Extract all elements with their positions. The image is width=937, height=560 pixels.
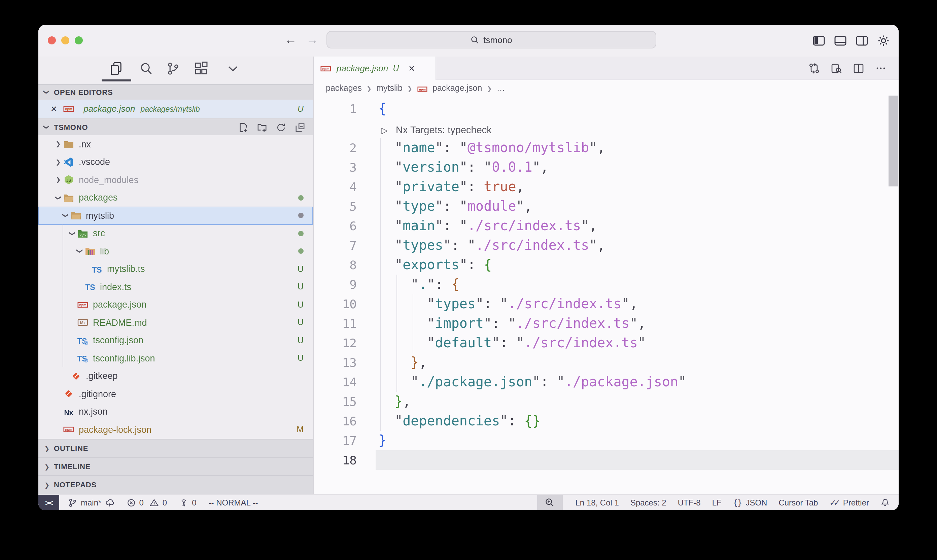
code-line-12[interactable]: 12 "default": "./src/index.ts" xyxy=(314,333,899,353)
editor-scrollbar[interactable] xyxy=(889,95,898,186)
tree-item-.vscode[interactable]: ❯.vscode xyxy=(38,153,313,171)
problems-item[interactable]: 0 0 xyxy=(126,498,167,507)
search-view-icon[interactable] xyxy=(138,61,154,76)
breadcrumb-packages[interactable]: packages xyxy=(326,83,362,92)
line-number: 17 xyxy=(314,431,357,450)
explorer-icon[interactable] xyxy=(109,61,124,76)
settings-gear-icon[interactable] xyxy=(877,34,890,47)
open-editor-item[interactable]: npm package.json packages/mytslib U xyxy=(38,100,313,118)
outline-section-header[interactable]: OUTLINE xyxy=(38,438,313,457)
code-line-2[interactable]: 2 "name": "@tsmono/mytslib", xyxy=(314,138,899,157)
notifications-item[interactable] xyxy=(880,498,890,507)
more-views-chevron-icon[interactable] xyxy=(226,61,240,76)
code-line-5[interactable]: 5 "type": "module", xyxy=(314,197,899,216)
chevron-right-icon[interactable]: ❯ xyxy=(53,159,63,166)
cursor-position-item[interactable]: Ln 18, Col 1 xyxy=(575,498,619,507)
indentation-item[interactable]: Spaces: 2 xyxy=(630,498,666,507)
explorer-section-header[interactable]: TSMONO xyxy=(38,118,313,135)
tree-item-index.ts[interactable]: TSindex.tsU xyxy=(38,278,313,296)
tree-item-packages[interactable]: ❯packages xyxy=(38,189,313,207)
cursor-tab-item[interactable]: Cursor Tab xyxy=(779,498,818,507)
notepads-section-header[interactable]: NOTEPADS xyxy=(38,475,313,494)
close-tab-icon[interactable] xyxy=(408,64,415,73)
code-line-15[interactable]: 15 }, xyxy=(314,392,899,411)
code-line-6[interactable]: 6 "main": "./src/index.ts", xyxy=(314,216,899,235)
chevron-down-icon[interactable]: ❯ xyxy=(55,193,62,203)
line-number: 5 xyxy=(314,197,357,216)
code-line-16[interactable]: 16 "dependencies": {} xyxy=(314,411,899,431)
tree-item-node_modules[interactable]: ❯JSnode_modules xyxy=(38,171,313,189)
code-line-7[interactable]: 7 "types": "./src/index.ts", xyxy=(314,235,899,255)
chevron-right-icon[interactable]: ❯ xyxy=(53,177,63,183)
code-line-8[interactable]: 8 "exports": { xyxy=(314,255,899,275)
code-line-3[interactable]: 3 "version": "0.0.1", xyxy=(314,157,899,177)
remote-indicator[interactable] xyxy=(38,494,59,510)
refresh-icon[interactable] xyxy=(276,122,286,132)
tree-item-package.json[interactable]: npmpackage.jsonU xyxy=(38,296,313,314)
toggle-panel-icon[interactable] xyxy=(834,34,847,47)
minimize-window-button[interactable] xyxy=(61,36,69,45)
new-folder-icon[interactable] xyxy=(257,122,267,132)
code-line-11[interactable]: 11 "import": "./src/index.ts", xyxy=(314,314,899,333)
code-line-18[interactable]: 18 xyxy=(314,450,899,470)
tree-item-package-lock.json[interactable]: npmpackage-lock.jsonM xyxy=(38,421,313,438)
code-editor[interactable]: 1{Nx Targets: typecheck2 "name": "@tsmon… xyxy=(314,95,899,494)
tab-package-json[interactable]: npm package.json U xyxy=(314,57,436,80)
tree-item-mytslib[interactable]: ❯mytslib xyxy=(38,207,313,225)
open-preview-icon[interactable] xyxy=(831,63,842,74)
new-file-icon[interactable] xyxy=(238,122,248,132)
code-line-14[interactable]: 14 "./package.json": "./package.json" xyxy=(314,372,899,392)
tree-item-mytslib.ts[interactable]: TSmytslib.tsU xyxy=(38,260,313,278)
command-center-search[interactable]: tsmono xyxy=(326,31,656,48)
encoding-item[interactable]: UTF-8 xyxy=(678,498,701,507)
collapse-folders-icon[interactable] xyxy=(295,122,305,132)
navigate-forward-icon[interactable] xyxy=(306,31,318,48)
close-window-button[interactable] xyxy=(48,36,56,45)
zoom-indicator[interactable] xyxy=(537,495,562,510)
maximize-window-button[interactable] xyxy=(75,36,83,45)
ports-item[interactable]: 0 xyxy=(179,498,196,507)
open-editors-header[interactable]: OPEN EDITORS xyxy=(38,84,313,100)
code-line-13[interactable]: 13 }, xyxy=(314,353,899,372)
tree-item-lib[interactable]: ❯lib xyxy=(38,242,313,260)
split-editor-icon[interactable] xyxy=(853,63,864,74)
breadcrumb-package-json[interactable]: package.json xyxy=(432,83,482,92)
toggle-primary-sidebar-icon[interactable] xyxy=(812,34,825,47)
code-line-17[interactable]: 17} xyxy=(314,431,899,450)
code-line-9[interactable]: 9 ".": { xyxy=(314,275,899,294)
navigate-back-icon[interactable] xyxy=(285,31,297,48)
eol-item[interactable]: LF xyxy=(712,498,722,507)
tree-item-src[interactable]: ❯</>src xyxy=(38,225,313,242)
breadcrumb-symbol[interactable]: … xyxy=(497,83,505,92)
vim-mode-item[interactable]: -- NORMAL -- xyxy=(209,498,258,507)
tree-item-nx.json[interactable]: Nxnx.json xyxy=(38,403,313,421)
formatter-item[interactable]: Prettier xyxy=(829,498,869,507)
tree-item-tsconfig.json[interactable]: TStsconfig.jsonU xyxy=(38,331,313,349)
source-control-icon[interactable] xyxy=(166,61,180,76)
run-target-icon[interactable] xyxy=(381,120,388,140)
tree-item-.gitkeep[interactable]: .gitkeep xyxy=(38,367,313,385)
code-line-1[interactable]: 1{ xyxy=(314,99,899,118)
tree-item-.gitignore[interactable]: .gitignore xyxy=(38,385,313,403)
tree-item-label: nx.json xyxy=(79,407,108,417)
codelens-label[interactable]: Nx Targets: typecheck xyxy=(396,120,492,140)
codelens-nx-targets[interactable]: Nx Targets: typecheck xyxy=(314,118,899,138)
breadcrumb-mytslib[interactable]: mytslib xyxy=(376,83,403,92)
code-line-10[interactable]: 10 "types": "./src/index.ts", xyxy=(314,294,899,314)
chevron-right-icon[interactable]: ❯ xyxy=(53,141,63,148)
toggle-secondary-sidebar-icon[interactable] xyxy=(855,34,868,47)
close-editor-icon[interactable] xyxy=(51,104,57,114)
timeline-section-header[interactable]: TIMELINE xyxy=(38,457,313,475)
language-mode-item[interactable]: JSON xyxy=(733,498,767,507)
code-line-4[interactable]: 4 "private": true, xyxy=(314,177,899,197)
chevron-down-icon[interactable]: ❯ xyxy=(62,211,69,221)
tree-item-tsconfig.lib.json[interactable]: TStsconfig.lib.jsonU xyxy=(38,349,313,367)
tree-item-.nx[interactable]: ❯.nx xyxy=(38,135,313,153)
chevron-down-icon[interactable]: ❯ xyxy=(76,246,83,257)
extensions-icon[interactable] xyxy=(194,61,209,76)
more-actions-icon[interactable] xyxy=(875,63,886,74)
chevron-down-icon[interactable]: ❯ xyxy=(69,229,76,238)
git-branch-item[interactable]: main* xyxy=(68,498,114,507)
tree-item-README.md[interactable]: M↓README.mdU xyxy=(38,314,313,331)
compare-changes-icon[interactable] xyxy=(808,63,820,74)
